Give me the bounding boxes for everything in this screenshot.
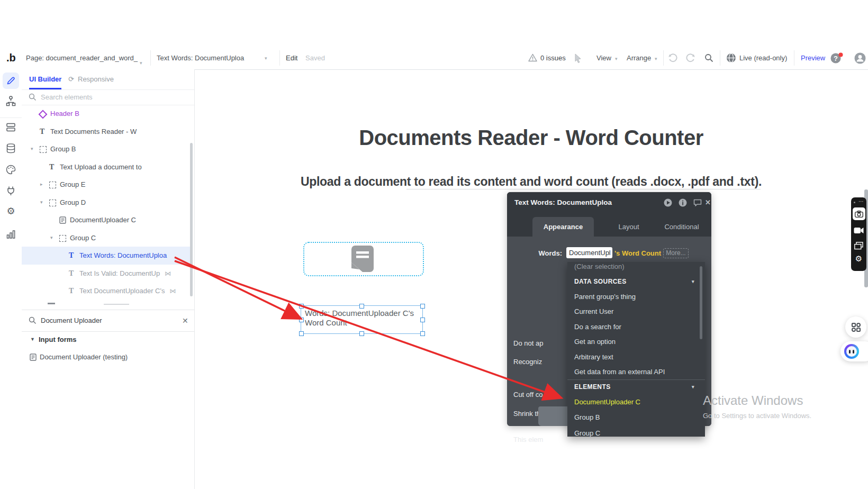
bubble-logo[interactable]: .b	[6, 47, 16, 69]
dropdown-item[interactable]: Get an option	[567, 334, 705, 349]
dropdown-item[interactable]: Group C	[567, 426, 705, 437]
video-record-icon[interactable]	[854, 227, 864, 234]
scrollbar[interactable]	[190, 143, 193, 296]
issues-counter[interactable]: 0 issues	[540, 47, 566, 69]
appearance-option-label[interactable]: This elem	[513, 434, 565, 445]
window-capture-icon[interactable]	[854, 242, 863, 250]
words-expression-suffix[interactable]: 's Word Count	[614, 247, 661, 259]
appearance-option-label[interactable]: Cut off co	[513, 390, 565, 400]
page-subtitle-text[interactable]: Upload a document to read its content an…	[194, 175, 868, 189]
run-icon[interactable]	[664, 198, 672, 207]
appearance-option-label[interactable]: Recogniz	[513, 357, 565, 367]
top-toolbar: .b Page: document_reader_and_word_ ▾ Tex…	[0, 47, 868, 70]
tree-item[interactable]: ▾Group C	[22, 229, 192, 247]
tree-expander-icon[interactable]: ▾	[40, 194, 43, 212]
tree-item[interactable]: TText Documents Reader - W	[22, 123, 192, 141]
tree-item[interactable]: ▸Group E	[22, 176, 192, 194]
dropdown-item[interactable]: Do a search for	[567, 320, 705, 334]
element-search[interactable]: Search elements	[22, 89, 194, 105]
dropdown-section-header[interactable]: DATA SOURCES▾	[567, 274, 705, 289]
dropdown-item[interactable]: Get data from an external API	[567, 365, 705, 379]
chevron-down-icon: ▾	[140, 60, 142, 66]
appearance-option-label[interactable]: Do not ap	[513, 338, 565, 349]
help-icon[interactable]: ?	[830, 52, 844, 64]
selection-handle[interactable]	[359, 304, 364, 309]
tree-item[interactable]: Header B	[22, 105, 192, 123]
search-icon[interactable]	[704, 53, 713, 62]
settings-gear-icon[interactable]: ⚙	[851, 254, 866, 264]
selection-handle[interactable]	[420, 304, 425, 309]
apps-grid-icon	[852, 328, 856, 332]
dropdown-item[interactable]: Arbitrary text	[567, 350, 705, 365]
info-icon[interactable]	[679, 198, 687, 207]
workflow-icon[interactable]	[5, 95, 16, 106]
chevron-down-icon: ▾	[655, 56, 657, 61]
tree-expander-icon[interactable]: ▸	[40, 176, 43, 194]
selection-handle[interactable]	[299, 331, 304, 336]
selection-handle[interactable]	[359, 331, 364, 336]
selected-text-element[interactable]: Words: DocumentUploader C's Word Count	[301, 305, 423, 334]
dropdown-item[interactable]: (Clear selection)	[567, 262, 705, 274]
redo-icon[interactable]	[686, 53, 695, 63]
comment-icon[interactable]	[693, 199, 702, 207]
tab-ui-builder[interactable]: UI Builder	[29, 69, 61, 89]
words-expression-input[interactable]: DocumentUpl	[566, 247, 612, 258]
more-expression-button[interactable]: More...	[663, 248, 689, 258]
design-tab-active[interactable]	[3, 73, 19, 89]
panel-tabs: UI Builder ⟳ Responsive	[22, 69, 194, 90]
tree-item[interactable]: TText Words: DocumentUploa	[22, 247, 192, 265]
palette-item-document-uploader[interactable]: Document Uploader (testing)	[22, 348, 194, 366]
tree-item[interactable]: TText Is Valid: DocumentUp⋈	[22, 265, 192, 283]
tree-item[interactable]: TText DocumentUploader C's⋈	[22, 282, 192, 300]
style-preview-box[interactable]	[538, 406, 569, 426]
tab-responsive[interactable]: Responsive	[78, 69, 114, 89]
dropdown-item[interactable]: Current User	[567, 304, 705, 319]
scrollbar[interactable]	[700, 266, 702, 339]
property-editor-header[interactable]: Text Words: DocumentUploa ✕ Appearance L…	[507, 192, 711, 237]
tree-item[interactable]: TText Upload a document to	[22, 158, 192, 176]
tree-expander-icon[interactable]: ▾	[31, 140, 33, 158]
element-selector[interactable]: Text Words: DocumentUploa	[157, 47, 244, 69]
avatar[interactable]	[854, 52, 866, 64]
database-icon[interactable]	[5, 143, 16, 154]
cursor-icon[interactable]	[574, 53, 582, 63]
search-input-value[interactable]: Document Uploader	[41, 310, 102, 331]
components-icon[interactable]	[5, 122, 16, 133]
tab-layout[interactable]: Layout	[608, 217, 650, 237]
apps-grid-button[interactable]	[845, 316, 866, 338]
tab-appearance[interactable]: Appearance	[532, 217, 594, 237]
settings-gear-icon[interactable]: ⚙	[5, 206, 16, 217]
tree-expander-icon[interactable]: ▾	[50, 229, 53, 247]
screenshot-button[interactable]	[853, 207, 865, 220]
document-uploader-element[interactable]	[303, 242, 424, 276]
tree-item[interactable]: DocumentUploader C	[22, 211, 192, 229]
selection-handle[interactable]	[420, 331, 425, 336]
dropdown-section-header[interactable]: ELEMENTS▾	[567, 379, 705, 394]
logs-chart-icon[interactable]	[5, 229, 16, 240]
selection-handle[interactable]	[299, 318, 304, 322]
undo-icon[interactable]	[668, 53, 677, 63]
view-menu[interactable]: View	[596, 47, 611, 69]
ai-assistant-button[interactable]	[840, 341, 868, 361]
live-mode-label[interactable]: Live (read-only)	[739, 47, 787, 69]
plugins-icon[interactable]	[5, 185, 16, 196]
tree-item[interactable]: ▾Group D	[22, 194, 192, 212]
section-input-forms[interactable]: ▼ Input forms	[22, 331, 194, 348]
selection-handle[interactable]	[299, 304, 304, 309]
dropdown-item[interactable]: DocumentUploader C	[567, 395, 705, 410]
dropdown-item[interactable]: Parent group's thing	[567, 289, 705, 304]
element-picker-search[interactable]: Document Uploader ✕	[22, 310, 194, 332]
edit-mode-button[interactable]: Edit	[286, 47, 297, 69]
tree-item[interactable]: ▾Group B	[22, 140, 192, 158]
close-icon[interactable]: ✕	[705, 192, 711, 213]
clear-search-icon[interactable]: ✕	[182, 310, 188, 331]
arrange-menu[interactable]: Arrange	[627, 47, 651, 69]
tab-conditional[interactable]: Conditional	[657, 217, 706, 237]
page-selector[interactable]: Page: document_reader_and_word_	[26, 47, 138, 69]
selection-handle[interactable]	[420, 318, 425, 322]
page-title-text[interactable]: Documents Reader - Word Counter	[194, 126, 868, 150]
styles-palette-icon[interactable]	[5, 164, 16, 175]
preview-button[interactable]: Preview	[801, 47, 825, 69]
dropdown-item[interactable]: Group B	[567, 410, 705, 425]
more-options-icon[interactable]: ⋯	[858, 198, 864, 204]
